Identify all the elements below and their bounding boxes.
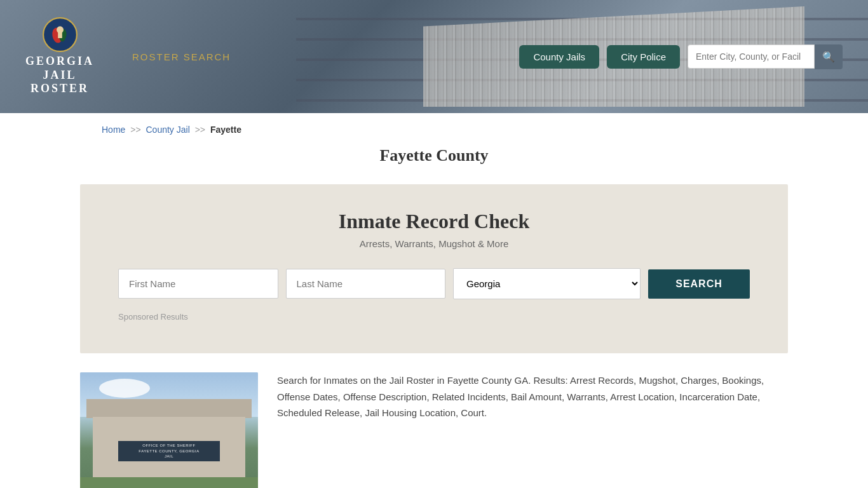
- hero-content: GEORGIA JAIL ROSTER ROSTER SEARCH County…: [0, 17, 868, 96]
- header-right: County Jails City Police 🔍: [519, 44, 843, 69]
- georgia-seal-icon: [43, 17, 78, 52]
- state-select[interactable]: Georgia: [453, 268, 641, 299]
- breadcrumb-sep2: >>: [195, 125, 205, 135]
- record-check-title: Inmate Record Check: [118, 210, 750, 233]
- hero-header: GEORGIA JAIL ROSTER ROSTER SEARCH County…: [0, 0, 868, 113]
- building-roof: [86, 399, 252, 418]
- record-search-button[interactable]: SEARCH: [648, 269, 750, 299]
- record-check-subtitle: Arrests, Warrants, Mugshot & More: [118, 238, 750, 249]
- search-icon: 🔍: [822, 51, 835, 62]
- grass-decoration: [80, 477, 258, 488]
- page-title: Fayette County: [0, 146, 868, 165]
- nav-roster-search[interactable]: ROSTER SEARCH: [132, 51, 231, 62]
- building-sign: OFFICE OF THE SHERIFFFAYETTE COUNTY, GEO…: [118, 441, 220, 461]
- last-name-input[interactable]: [286, 269, 446, 299]
- logo-line2: JAIL: [43, 69, 77, 83]
- first-name-input[interactable]: [118, 269, 278, 299]
- svg-rect-4: [58, 31, 62, 38]
- breadcrumb: Home >> County Jail >> Fayette: [0, 113, 868, 146]
- clouds-decoration: [99, 379, 150, 398]
- breadcrumb-county-jail[interactable]: County Jail: [146, 125, 190, 135]
- header-search-input[interactable]: [688, 44, 815, 69]
- header-search-bar: 🔍: [688, 44, 843, 69]
- description-text: Search for Inmates on the Jail Roster in…: [277, 372, 788, 421]
- breadcrumb-sep1: >>: [130, 125, 140, 135]
- record-check-form: Georgia SEARCH: [118, 268, 750, 299]
- record-check-section: Inmate Record Check Arrests, Warrants, M…: [80, 184, 788, 353]
- city-police-button[interactable]: City Police: [607, 45, 680, 69]
- logo-area: GEORGIA JAIL ROSTER: [25, 17, 94, 96]
- logo-line3: ROSTER: [31, 82, 89, 96]
- county-jails-button[interactable]: County Jails: [519, 45, 599, 69]
- breadcrumb-home[interactable]: Home: [102, 125, 125, 135]
- breadcrumb-current: Fayette: [210, 125, 241, 135]
- logo-line1: GEORGIA: [25, 55, 94, 69]
- sign-text: OFFICE OF THE SHERIFFFAYETTE COUNTY, GEO…: [139, 443, 199, 459]
- bottom-section: OFFICE OF THE SHERIFFFAYETTE COUNTY, GEO…: [0, 353, 868, 488]
- header-search-button[interactable]: 🔍: [815, 44, 843, 69]
- sponsored-results-label: Sponsored Results: [118, 312, 750, 322]
- jail-building-image: OFFICE OF THE SHERIFFFAYETTE COUNTY, GEO…: [80, 372, 258, 488]
